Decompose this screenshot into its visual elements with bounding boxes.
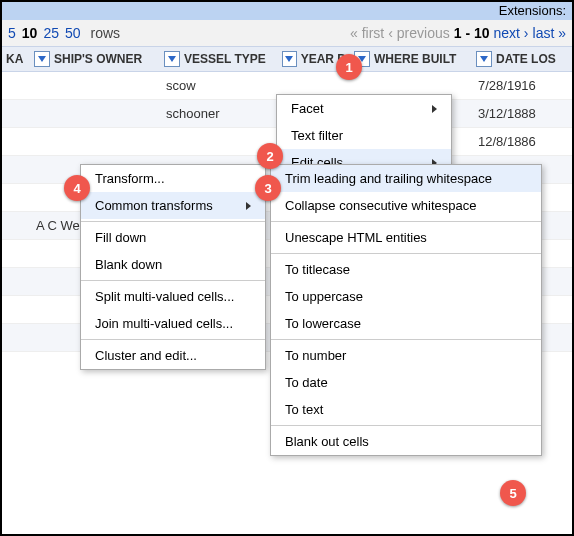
rows-5-link[interactable]: 5 [8, 25, 16, 41]
col-vtype-label: VESSEL TYPE [184, 52, 266, 66]
menu-separator [271, 253, 541, 254]
callout-4: 4 [64, 175, 90, 201]
menu-facet[interactable]: Facet [277, 95, 451, 122]
menu-fill-down[interactable]: Fill down [81, 224, 265, 251]
pager-next[interactable]: next › [494, 25, 529, 41]
callout-5: 5 [500, 480, 526, 506]
menu-cluster-edit[interactable]: Cluster and edit... [81, 342, 265, 369]
menu-separator [271, 221, 541, 222]
col-vtype: VESSEL TYPE [160, 47, 278, 71]
col-ka: KA [2, 47, 30, 71]
menu-separator [81, 280, 265, 281]
common-transforms-menu: Trim leading and trailing whitespace Col… [270, 164, 542, 456]
menu-split-cells[interactable]: Split multi-valued cells... [81, 283, 265, 310]
col-date: DATE LOS [472, 47, 572, 71]
rows-25-link[interactable]: 25 [43, 25, 59, 41]
col-where-label: WHERE BUILT [374, 52, 456, 66]
pager-last[interactable]: last » [533, 25, 566, 41]
col-ka-label: KA [6, 52, 23, 66]
menu-to-date[interactable]: To date [271, 369, 541, 396]
menu-to-uppercase[interactable]: To uppercase [271, 283, 541, 310]
menu-separator [81, 339, 265, 340]
menu-trim-whitespace[interactable]: Trim leading and trailing whitespace [271, 165, 541, 192]
menu-join-cells[interactable]: Join multi-valued cells... [81, 310, 265, 337]
callout-3: 3 [255, 175, 281, 201]
svg-marker-0 [38, 56, 46, 62]
edit-cells-menu: Transform... Common transforms Fill down… [80, 164, 266, 370]
menu-unescape-html[interactable]: Unescape HTML entities [271, 224, 541, 251]
col-owner-dropdown[interactable] [34, 51, 50, 67]
col-date-dropdown[interactable] [476, 51, 492, 67]
rows-10-link[interactable]: 10 [22, 25, 38, 41]
menu-blank-down[interactable]: Blank down [81, 251, 265, 278]
svg-marker-2 [285, 56, 293, 62]
menu-text-filter[interactable]: Text filter [277, 122, 451, 149]
menu-to-lowercase[interactable]: To lowercase [271, 310, 541, 337]
col-where: WHERE BUILT [350, 47, 472, 71]
col-owner-label: SHIP'S OWNER [54, 52, 142, 66]
svg-marker-1 [168, 56, 176, 62]
menu-separator [271, 425, 541, 426]
rows-label: rows [91, 25, 121, 41]
pager-prev[interactable]: ‹ previous [388, 25, 449, 41]
col-vtype-dropdown[interactable] [164, 51, 180, 67]
col-owner: SHIP'S OWNER [30, 47, 160, 71]
menu-transform[interactable]: Transform... [81, 165, 265, 192]
pager-first[interactable]: « first [350, 25, 384, 41]
col-date-label: DATE LOS [496, 52, 556, 66]
menu-separator [271, 339, 541, 340]
rows-bar: 5 10 25 50 rows « first ‹ previous 1 - 1… [2, 20, 572, 46]
callout-2: 2 [257, 143, 283, 169]
col-yearb-dropdown[interactable] [282, 51, 297, 67]
menu-to-titlecase[interactable]: To titlecase [271, 256, 541, 283]
submenu-arrow-icon [246, 202, 251, 210]
menu-common-transforms[interactable]: Common transforms [81, 192, 265, 219]
rows-50-link[interactable]: 50 [65, 25, 81, 41]
svg-marker-4 [480, 56, 488, 62]
submenu-arrow-icon [432, 105, 437, 113]
top-bar: Extensions: [2, 2, 572, 20]
menu-blank-out-cells[interactable]: Blank out cells [271, 428, 541, 455]
callout-1: 1 [336, 54, 362, 80]
menu-to-text[interactable]: To text [271, 396, 541, 423]
menu-separator [81, 221, 265, 222]
pager-range: 1 - 10 [454, 25, 490, 41]
menu-collapse-whitespace[interactable]: Collapse consecutive whitespace [271, 192, 541, 219]
table-header-row: KA SHIP'S OWNER VESSEL TYPE YEAR B WHERE… [2, 46, 572, 72]
extensions-label: Extensions: [499, 3, 566, 18]
menu-to-number[interactable]: To number [271, 342, 541, 369]
